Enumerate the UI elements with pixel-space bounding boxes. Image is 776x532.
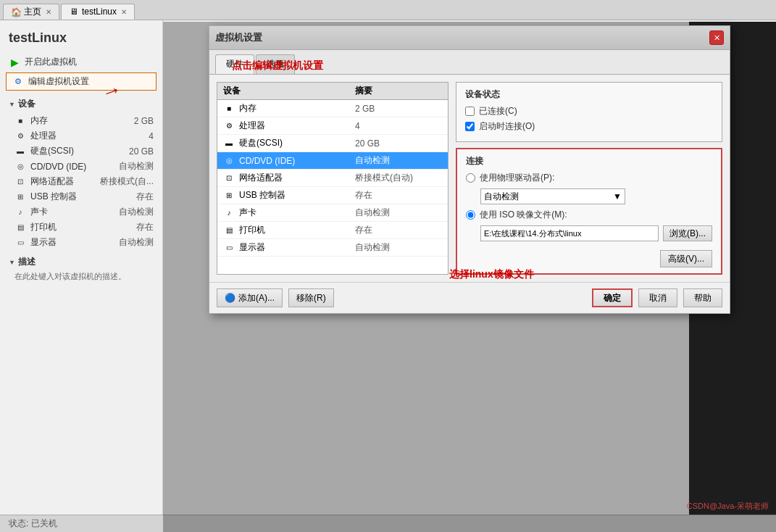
tab-home-close[interactable]: ✕ <box>46 8 51 16</box>
edit-vm-settings-button[interactable]: ⚙ 编辑虚拟机设置 <box>6 72 157 91</box>
auto-detect-value: 自动检测 <box>484 191 519 203</box>
physical-drive-radio[interactable] <box>466 173 475 183</box>
connected-row: 已连接(C) <box>465 105 713 117</box>
row-hdd-summary: 20 GB <box>355 138 442 149</box>
desc-text: 在此处键入对该虚拟机的描述。 <box>9 271 154 282</box>
sidebar-cpu-label: 处理器 <box>30 130 57 142</box>
row-hdd-name: 硬盘(SCSI) <box>239 137 355 149</box>
row-memory-summary: 2 GB <box>355 104 442 114</box>
network-icon: ⊡ <box>14 176 26 188</box>
home-icon: 🏠 <box>11 7 21 17</box>
advanced-button[interactable]: 高级(V)... <box>660 250 712 267</box>
ok-button[interactable]: 确定 <box>592 288 633 307</box>
footer-left-buttons: 🔵 添加(A)... 移除(R) <box>217 288 334 307</box>
footer-right-buttons: 确定 取消 帮助 <box>592 288 722 307</box>
row-usb-icon: ⊞ <box>223 190 235 201</box>
dialog-footer: 🔵 添加(A)... 移除(R) 确定 取消 帮助 <box>209 282 730 313</box>
row-usb-name: USB 控制器 <box>239 189 355 201</box>
device-row-printer[interactable]: ▤ 打印机 存在 <box>217 222 448 239</box>
tab-testlinux-label: testLinux <box>82 7 117 17</box>
sidebar-audio-value: 自动检测 <box>119 206 154 218</box>
help-button[interactable]: 帮助 <box>683 288 722 307</box>
browse-button[interactable]: 浏览(B)... <box>663 225 712 241</box>
tab-testlinux-close[interactable]: ✕ <box>121 8 127 16</box>
row-memory-name: 内存 <box>239 102 355 115</box>
device-row-cdvd[interactable]: ◎ CD/DVD (IDE) 自动检测 <box>217 152 448 170</box>
dropdown-arrow-icon: ▼ <box>613 191 622 201</box>
device-list-panel: 设备 摘要 ■ 内存 2 GB ⚙ 处理器 4 <box>217 82 449 275</box>
device-row-audio[interactable]: ♪ 声卡 自动检测 <box>217 204 448 222</box>
connected-checkbox[interactable] <box>465 107 475 116</box>
device-row-usb[interactable]: ⊞ USB 控制器 存在 <box>217 187 448 204</box>
sidebar-cpu-value: 4 <box>149 131 154 141</box>
row-audio-icon: ♪ <box>223 207 235 219</box>
auto-detect-dropdown-row: 自动检测 ▼ <box>480 188 712 204</box>
cancel-button[interactable]: 取消 <box>638 288 677 307</box>
device-row-network[interactable]: ⊡ 网络适配器 桥接模式(自动) <box>217 170 448 187</box>
row-hdd-icon: ▬ <box>223 138 235 149</box>
startup-connect-label: 启动时连接(O) <box>479 120 535 133</box>
tab-home-label: 主页 <box>24 6 41 18</box>
device-status-group: 设备状态 已连接(C) 启动时连接(O) <box>456 82 722 142</box>
sidebar-device-hdd: ▬ 硬盘(SCSI) 20 GB <box>0 144 162 159</box>
device-row-hdd[interactable]: ▬ 硬盘(SCSI) 20 GB <box>217 135 448 152</box>
sidebar-device-display: ▭ 显示器 自动检测 <box>0 235 162 250</box>
tab-testlinux[interactable]: 🖥 testLinux ✕ <box>61 4 135 20</box>
edit-icon: ⚙ <box>12 76 24 88</box>
sidebar-memory-label: 内存 <box>30 115 48 127</box>
iso-file-row: 使用 ISO 映像文件(M): <box>466 209 712 221</box>
printer-icon: ▤ <box>14 222 26 233</box>
status-text: 状态: 已关机 <box>9 518 57 530</box>
row-cpu-name: 处理器 <box>239 120 355 132</box>
sidebar-cdvd-value: 自动检测 <box>119 160 154 173</box>
annotation-title: 点击编辑虚拟机设置 <box>232 59 323 72</box>
startup-connect-checkbox[interactable] <box>465 122 475 131</box>
sidebar-printer-value: 存在 <box>136 221 154 233</box>
dialog-title: 虚拟机设置 <box>215 31 262 44</box>
iso-file-radio[interactable] <box>466 210 475 220</box>
sidebar-cdvd-label: CD/DVD (IDE) <box>30 162 86 172</box>
iso-path-input[interactable]: E:\在线课程\14.分布式\linux <box>480 225 659 241</box>
dialog-close-button[interactable]: ✕ <box>709 30 724 45</box>
sidebar-device-memory: ■ 内存 2 GB <box>0 113 162 128</box>
sidebar: testLinux ▶ 开启此虚拟机 ⚙ 编辑虚拟机设置 设备 ■ 内存 2 G… <box>0 20 163 532</box>
remove-button[interactable]: 移除(R) <box>288 288 334 307</box>
row-memory-icon: ■ <box>223 103 235 115</box>
cdvd-icon: ◎ <box>14 161 26 173</box>
sidebar-device-cdvd: ◎ CD/DVD (IDE) 自动检测 <box>0 159 162 174</box>
row-network-name: 网络适配器 <box>239 172 355 184</box>
edit-vm-label: 编辑虚拟机设置 <box>28 75 89 88</box>
connection-title: 连接 <box>466 155 712 167</box>
sidebar-memory-value: 2 GB <box>134 116 154 126</box>
sidebar-vm-name: testLinux <box>0 26 162 53</box>
play-icon: ▶ <box>9 57 20 68</box>
device-row-cpu[interactable]: ⚙ 处理器 4 <box>217 117 448 135</box>
start-vm-button[interactable]: ▶ 开启此虚拟机 <box>0 53 162 71</box>
display-icon: ▭ <box>14 237 26 249</box>
row-printer-icon: ▤ <box>223 225 235 236</box>
app-window: 🏠 主页 ✕ 🖥 testLinux ✕ testLinux ▶ 开启此虚拟机 … <box>0 0 776 532</box>
row-cdvd-name: CD/DVD (IDE) <box>239 156 355 166</box>
row-cpu-icon: ⚙ <box>223 120 235 132</box>
row-printer-summary: 存在 <box>355 224 442 236</box>
sidebar-hdd-value: 20 GB <box>129 146 154 157</box>
device-row-memory[interactable]: ■ 内存 2 GB <box>217 100 448 117</box>
row-audio-name: 声卡 <box>239 207 355 219</box>
auto-detect-dropdown[interactable]: 自动检测 ▼ <box>480 188 625 204</box>
tab-home[interactable]: 🏠 主页 ✕ <box>3 4 59 20</box>
physical-drive-row: 使用物理驱动器(P): <box>466 172 712 184</box>
row-usb-summary: 存在 <box>355 189 442 201</box>
sidebar-device-audio: ♪ 声卡 自动检测 <box>0 204 162 220</box>
sidebar-network-label: 网络适配器 <box>30 175 74 188</box>
main-content: testLinux ▶ 开启此虚拟机 ⚙ 编辑虚拟机设置 设备 ■ 内存 2 G… <box>0 20 776 532</box>
add-button[interactable]: 🔵 添加(A)... <box>217 288 283 307</box>
device-row-display[interactable]: ▭ 显示器 自动检测 <box>217 239 448 257</box>
add-icon: 🔵 <box>225 293 235 303</box>
sidebar-usb-label: USB 控制器 <box>30 191 77 203</box>
col-device-header: 设备 <box>223 85 355 97</box>
sidebar-audio-label: 声卡 <box>30 206 48 218</box>
sidebar-network-value: 桥接模式(自... <box>100 175 154 188</box>
sidebar-device-usb: ⊞ USB 控制器 存在 <box>0 189 162 204</box>
device-list-header: 设备 摘要 <box>217 83 448 100</box>
description-section: 描述 在此处键入对该虚拟机的描述。 <box>0 250 162 285</box>
